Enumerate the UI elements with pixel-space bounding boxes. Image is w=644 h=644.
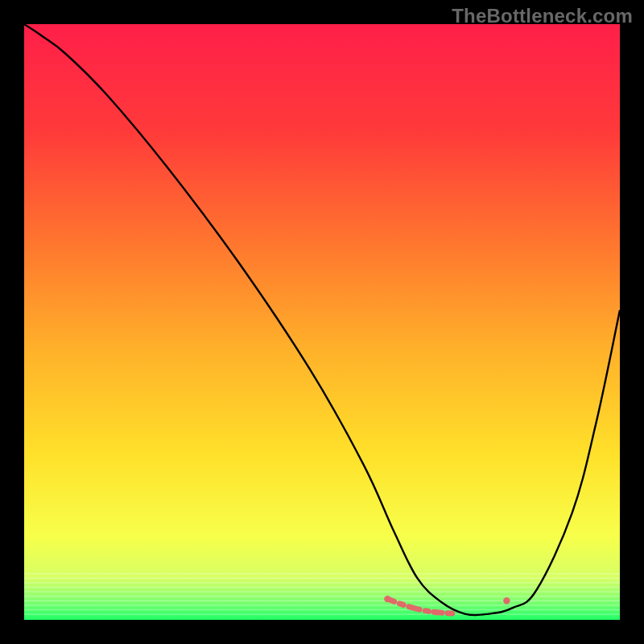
svg-rect-5 — [24, 596, 620, 597]
svg-rect-4 — [24, 591, 620, 592]
plot-area — [24, 24, 620, 620]
chart-frame: TheBottleneck.com — [0, 0, 644, 644]
svg-rect-6 — [24, 601, 620, 601]
svg-rect-1 — [24, 578, 620, 579]
watermark-text: TheBottleneck.com — [452, 5, 633, 27]
svg-point-10 — [384, 596, 390, 602]
chart-svg — [24, 24, 620, 620]
svg-rect-7 — [24, 605, 620, 605]
svg-rect-3 — [24, 587, 620, 588]
svg-point-11 — [503, 597, 510, 604]
svg-rect-0 — [24, 573, 620, 574]
svg-rect-9 — [24, 613, 620, 614]
svg-rect-8 — [24, 609, 620, 610]
gradient-background — [24, 24, 620, 620]
svg-rect-2 — [24, 582, 620, 583]
